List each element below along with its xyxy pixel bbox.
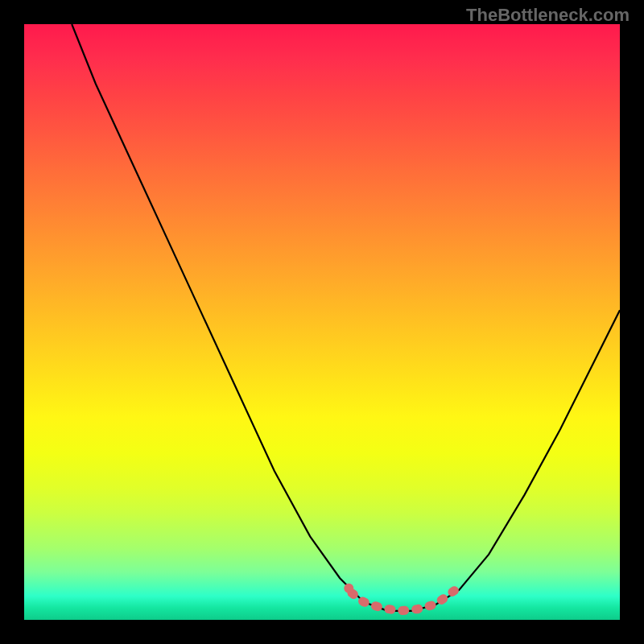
bottleneck-curve-path	[72, 24, 620, 611]
watermark-text: TheBottleneck.com	[466, 5, 630, 26]
chart-plot-area	[24, 24, 620, 620]
curve-svg	[24, 24, 620, 620]
highlighted-dot	[344, 584, 353, 593]
highlighted-flat-region-path	[352, 587, 459, 611]
